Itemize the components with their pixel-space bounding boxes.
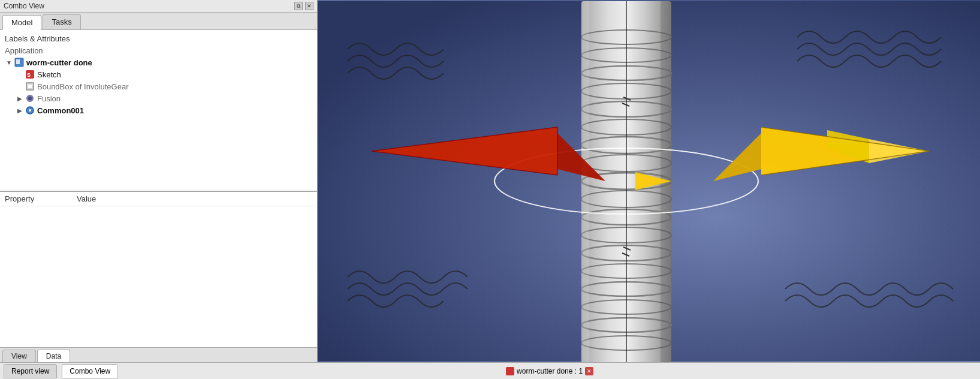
close-button[interactable]: ✕ <box>305 2 313 10</box>
close-icon: ✕ <box>307 3 312 9</box>
common001-label: Common001 <box>37 106 84 115</box>
expand-icon-boundbox <box>16 82 24 91</box>
tree-item-common001[interactable]: ▶ Common001 <box>0 104 317 116</box>
property-section: Property Value <box>0 191 317 347</box>
sketch-icon: S <box>25 70 35 79</box>
property-header: Property Value <box>0 192 317 206</box>
svg-rect-5 <box>28 84 32 89</box>
expand-icon-worm-cutter: ▼ <box>5 58 13 67</box>
application-header: Application <box>0 45 317 56</box>
document-icon <box>14 58 24 67</box>
value-col-label: Value <box>77 194 96 203</box>
restore-icon: ⧉ <box>297 3 300 10</box>
svg-rect-1 <box>16 59 20 64</box>
statusbar: Report view Combo View worm-cutter done … <box>0 362 980 379</box>
worm-cutter-label: worm-cutter done <box>26 58 92 67</box>
boundbox-icon <box>25 82 35 91</box>
fusion-label: Fusion <box>37 94 61 103</box>
expand-icon-common001: ▶ <box>16 106 24 115</box>
common001-icon <box>25 106 35 115</box>
labels-attributes-header: Labels & Attributes <box>0 32 317 45</box>
tree-section: Labels & Attributes Application ▼ worm-c… <box>0 30 317 191</box>
viewport-svg <box>318 0 980 362</box>
panel-titlebar: Combo View ⧉ ✕ <box>0 0 317 13</box>
expand-icon-sketch <box>16 70 24 79</box>
svg-point-9 <box>29 109 31 112</box>
tab-data[interactable]: Data <box>37 350 70 362</box>
active-file-status: worm-cutter done : 1 ✕ <box>506 367 593 375</box>
restore-button[interactable]: ⧉ <box>294 2 303 10</box>
tab-view[interactable]: View <box>2 350 36 362</box>
main-container: Combo View ⧉ ✕ Model Tasks Labels & Att <box>0 0 980 362</box>
tree-item-sketch[interactable]: S Sketch <box>0 68 317 80</box>
left-panel: Combo View ⧉ ✕ Model Tasks Labels & Att <box>0 0 318 362</box>
report-view-tab[interactable]: Report view <box>4 364 57 378</box>
sketch-label: Sketch <box>37 70 61 79</box>
tab-tasks[interactable]: Tasks <box>43 14 80 29</box>
titlebar-controls: ⧉ ✕ <box>294 2 313 10</box>
svg-point-7 <box>28 97 32 100</box>
file-close-button[interactable]: ✕ <box>585 367 593 375</box>
svg-rect-30 <box>581 1 589 362</box>
tree-item-boundbox[interactable]: BoundBox of InvoluteGear <box>0 80 317 92</box>
expand-icon-fusion: ▶ <box>16 94 24 103</box>
fusion-icon <box>25 94 35 103</box>
tree-item-fusion[interactable]: ▶ Fusion <box>0 92 317 104</box>
tree-item-worm-cutter[interactable]: ▼ worm-cutter done <box>0 56 317 68</box>
active-file-label: worm-cutter done : 1 <box>517 367 583 375</box>
tab-model[interactable]: Model <box>2 15 41 30</box>
panel-title: Combo View <box>4 2 44 10</box>
top-tabs-row: Model Tasks <box>0 13 317 30</box>
viewport-3d[interactable] <box>318 0 980 362</box>
property-col-label: Property <box>5 194 77 203</box>
combo-view-tab[interactable]: Combo View <box>62 364 118 378</box>
bottom-tabs-row: View Data <box>0 347 317 362</box>
boundbox-label: BoundBox of InvoluteGear <box>37 82 129 91</box>
file-icon-red <box>506 367 514 375</box>
svg-text:S: S <box>27 72 31 78</box>
